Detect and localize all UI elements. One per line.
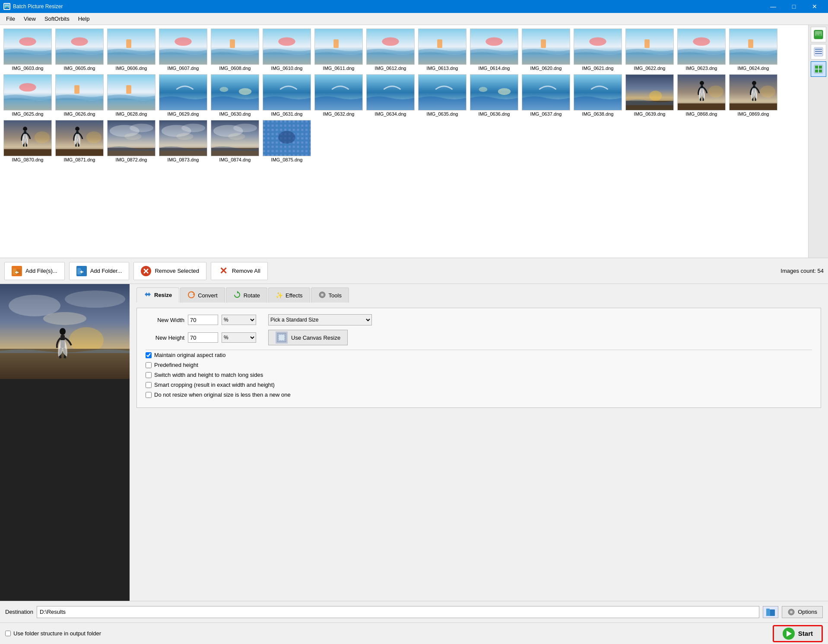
folder-structure-label: Use folder structure in output folder (13, 630, 101, 637)
thumbnail-image (55, 74, 104, 110)
aspect-ratio-checkbox[interactable] (146, 352, 152, 358)
thumbnail-item[interactable]: IMG_0875.dng (261, 118, 313, 164)
thumbnail-item[interactable]: IMG_0611.dng (313, 27, 365, 73)
thumbnail-item[interactable]: IMG_0626.dng (54, 73, 105, 118)
switch-dimensions-checkbox[interactable] (146, 372, 152, 378)
smart-crop-checkbox[interactable] (146, 382, 152, 388)
thumbnail-label: IMG_0629.dng (168, 111, 199, 117)
thumbnail-label: IMG_0868.dng (686, 111, 717, 117)
thumbnail-item[interactable]: IMG_0625.dng (2, 73, 54, 118)
thumbnail-label: IMG_0628.dng (116, 111, 147, 117)
add-files-button[interactable]: Add File(s)... (4, 262, 65, 280)
thumbnail-item[interactable]: IMG_0636.dng (468, 73, 520, 118)
standard-size-select[interactable]: Pick a Standard Size 640x480 800x600 102… (268, 314, 372, 325)
predefined-height-checkbox[interactable] (146, 362, 152, 368)
thumbnail-item[interactable]: IMG_0614.dng (468, 27, 520, 73)
svg-point-139 (790, 611, 793, 613)
thumbnail-item[interactable]: IMG_0603.dng (2, 27, 54, 73)
thumbnail-item[interactable]: IMG_0629.dng (157, 73, 209, 118)
thumbnail-image (211, 74, 259, 110)
thumbnail-item[interactable]: IMG_0870.dng (2, 118, 54, 164)
thumbnail-item[interactable]: IMG_0605.dng (54, 27, 105, 73)
thumbnail-item[interactable]: IMG_0632.dng (313, 73, 365, 118)
width-unit-select[interactable]: % px cm (222, 315, 256, 325)
thumbnail-item[interactable]: IMG_0606.dng (105, 27, 157, 73)
tab-tools[interactable]: Tools (311, 287, 349, 303)
remove-selected-button[interactable]: Remove Selected (133, 262, 206, 280)
thumbnail-item[interactable]: IMG_0608.dng (209, 27, 261, 73)
tab-resize[interactable]: Resize (136, 287, 179, 303)
menu-help[interactable]: Help (74, 14, 94, 24)
thumbnail-item[interactable]: IMG_0869.dng (727, 73, 779, 118)
thumbnail-item[interactable]: IMG_0638.dng (572, 73, 624, 118)
thumbnail-image (159, 120, 207, 156)
thumbnail-item[interactable]: IMG_0613.dng (416, 27, 468, 73)
svg-rect-28 (644, 39, 650, 48)
canvas-resize-label: Use Canvas Resize (291, 335, 340, 341)
menu-view[interactable]: View (19, 14, 40, 24)
thumbnail-item[interactable]: IMG_0874.dng (209, 118, 261, 164)
thumbnail-item[interactable]: IMG_0622.dng (624, 27, 676, 73)
thumbnail-item[interactable]: IMG_0630.dng (209, 73, 261, 118)
panel-icon-list[interactable] (811, 44, 826, 60)
thumbnail-item[interactable]: IMG_0634.dng (365, 73, 416, 118)
folder-structure-checkbox[interactable] (5, 631, 11, 636)
no-enlarge-checkbox[interactable] (146, 392, 152, 398)
thumbnail-item[interactable]: IMG_0624.dng (727, 27, 779, 73)
thumbnail-item[interactable]: IMG_0628.dng (105, 73, 157, 118)
menu-softorbits[interactable]: SoftOrbits (40, 14, 74, 24)
panel-icon-grid[interactable] (811, 61, 826, 77)
aspect-ratio-label: Maintain original aspect ratio (154, 352, 225, 358)
height-unit-select[interactable]: % px cm (222, 332, 256, 343)
thumbnail-item[interactable]: IMG_0871.dng (54, 118, 105, 164)
browse-button[interactable] (763, 606, 778, 618)
close-button[interactable]: ✕ (805, 0, 825, 13)
thumbnail-item[interactable]: IMG_0620.dng (520, 27, 572, 73)
svg-rect-101 (815, 53, 822, 54)
remove-all-button[interactable]: ✕ Remove All (211, 262, 268, 280)
height-row: New Height % px cm Use Canvas Resize (146, 330, 812, 345)
thumbnail-label: IMG_0621.dng (582, 66, 614, 71)
thumbnail-item[interactable]: IMG_0868.dng (676, 73, 727, 118)
start-label: Start (798, 630, 813, 637)
svg-rect-24 (541, 39, 546, 48)
thumbnail-item[interactable]: IMG_0610.dng (261, 27, 313, 73)
svg-point-56 (708, 85, 723, 97)
width-input[interactable] (188, 315, 218, 325)
resize-controls: New Width % px cm Pick a Standard Size 6… (136, 308, 821, 408)
thumbnail-item[interactable]: IMG_0623.dng (676, 27, 727, 73)
thumbnail-item[interactable]: IMG_0612.dng (365, 27, 416, 73)
minimize-button[interactable]: — (763, 0, 783, 13)
maximize-button[interactable]: □ (784, 0, 804, 13)
svg-rect-109 (13, 268, 16, 270)
add-folder-button[interactable]: Add Folder... (69, 262, 130, 280)
thumbnail-image (211, 120, 259, 156)
panel-icon-image[interactable] (811, 27, 826, 42)
images-count: Images count: 54 (780, 268, 824, 274)
destination-input[interactable] (37, 606, 759, 618)
svg-rect-99 (815, 49, 822, 50)
menu-file[interactable]: File (2, 14, 19, 24)
svg-point-22 (485, 37, 502, 46)
thumbnail-item[interactable]: IMG_0631.dng (261, 73, 313, 118)
thumbnail-image (625, 74, 674, 110)
thumbnail-item[interactable]: IMG_0873.dng (157, 118, 209, 164)
thumbnail-label: IMG_0638.dng (582, 111, 614, 117)
thumbnail-item[interactable]: IMG_0607.dng (157, 27, 209, 73)
canvas-resize-button[interactable]: Use Canvas Resize (268, 330, 348, 345)
tab-rotate[interactable]: Rotate (226, 287, 267, 303)
height-input[interactable] (188, 332, 218, 343)
thumbnail-item[interactable]: IMG_0872.dng (105, 118, 157, 164)
thumbnail-item[interactable]: IMG_0635.dng (416, 73, 468, 118)
tab-effects[interactable]: ✨ Effects (268, 287, 310, 303)
options-button[interactable]: Options (782, 606, 823, 618)
svg-point-78 (124, 133, 141, 140)
svg-rect-100 (815, 51, 822, 52)
start-button[interactable]: Start (773, 625, 823, 642)
thumbnail-item[interactable]: IMG_0621.dng (572, 27, 624, 73)
tab-convert[interactable]: Convert (180, 287, 225, 303)
rotate-tab-icon (233, 291, 241, 300)
thumbnail-item[interactable]: IMG_0637.dng (520, 73, 572, 118)
thumbnail-item[interactable]: IMG_0639.dng (624, 73, 676, 118)
thumbnail-label: IMG_0637.dng (530, 111, 562, 117)
